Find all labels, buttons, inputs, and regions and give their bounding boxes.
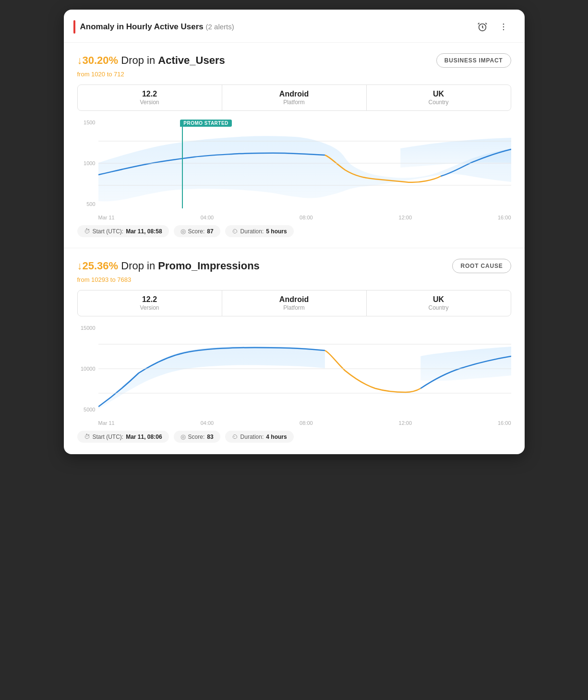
card-header: Anomaly in Hourly Active Users (2 alerts…: [64, 10, 525, 43]
score-icon: ◎: [180, 228, 186, 235]
alert-1-svg-wrap: PROMO STARTED: [98, 120, 511, 207]
alert-1-stats-bar: ⏱ Start (UTC): Mar 11, 08:58 ◎ Score: 87…: [77, 225, 511, 237]
alert-2-drop-text: ↓25.36% Drop in Promo_Impressions: [77, 260, 260, 272]
alert-2-stats-bar: ⏱ Start (UTC): Mar 11, 08:06 ◎ Score: 83…: [77, 431, 511, 443]
svg-point-3: [503, 26, 504, 28]
alert-1-title: ↓30.20% Drop in Active_Users BUSINESS IM…: [77, 53, 511, 68]
alert-2-pct: ↓25.36%: [77, 260, 121, 272]
alert-2-chart: 15000 10000 5000: [77, 325, 511, 426]
alert-1-metric: Drop in Active_Users: [121, 54, 225, 66]
header-left: Anomaly in Hourly Active Users (2 alerts…: [73, 20, 234, 34]
filter-country: UK Country: [367, 85, 511, 110]
root-cause-button[interactable]: ROOT CAUSE: [452, 259, 511, 273]
alert-2-filter-bar: 12.2 Version Android Platform UK Country: [77, 290, 511, 316]
alert-2-svg: [98, 325, 511, 412]
promo-started-label: PROMO STARTED: [172, 120, 232, 208]
alert-2-y-labels: 15000 10000 5000: [77, 325, 98, 412]
svg-point-4: [503, 29, 504, 31]
alert-2-start-stat: ⏱ Start (UTC): Mar 11, 08:06: [77, 431, 169, 443]
clock-icon: ⏱: [84, 228, 90, 235]
alert-1-drop-text: ↓30.20% Drop in Active_Users: [77, 54, 225, 67]
alarm-icon[interactable]: z: [475, 19, 490, 35]
header-icons: z: [475, 19, 511, 35]
anomaly-card: Anomaly in Hourly Active Users (2 alerts…: [64, 10, 525, 454]
filter-platform: Android Platform: [222, 85, 367, 110]
svg-point-2: [503, 24, 504, 25]
alert-1-y-labels: 1500 1000 500: [77, 120, 98, 207]
alert-2-metric: Drop in Promo_Impressions: [121, 260, 260, 272]
alert-1-section: ↓30.20% Drop in Active_Users BUSINESS IM…: [64, 43, 525, 237]
filter2-platform: Android Platform: [222, 290, 367, 316]
score2-icon: ◎: [180, 433, 186, 440]
alert-1-chart: 1500 1000 500 PROMO STARTED: [77, 120, 511, 220]
alerts-count: (2 alerts): [206, 23, 234, 31]
more-options-icon[interactable]: [496, 19, 511, 35]
duration2-icon: ⏲: [232, 433, 238, 440]
alert-2-svg-wrap: [98, 325, 511, 412]
alert-1-start-stat: ⏱ Start (UTC): Mar 11, 08:58: [77, 225, 169, 237]
alert-2-duration-stat: ⏲ Duration: 4 hours: [225, 431, 294, 443]
alert-1-filter-bar: 12.2 Version Android Platform UK Country: [77, 84, 511, 111]
alert-1-score-stat: ◎ Score: 87: [174, 225, 220, 237]
duration-icon: ⏲: [232, 228, 238, 235]
alert-2-x-labels: Mar 11 04:00 08:00 12:00 16:00: [98, 420, 511, 426]
clock2-icon: ⏱: [84, 433, 90, 440]
alert-1-duration-stat: ⏲ Duration: 5 hours: [225, 225, 294, 237]
alert-2-range: from 10293 to 7683: [77, 276, 511, 283]
business-impact-button[interactable]: BUSINESS IMPACT: [436, 53, 511, 68]
alert-2-score-stat: ◎ Score: 83: [174, 431, 220, 443]
filter2-version: 12.2 Version: [78, 290, 222, 316]
alert-1-pct: ↓30.20%: [77, 54, 121, 66]
page-title: Anomaly in Hourly Active Users (2 alerts…: [80, 22, 234, 32]
alert-1-range: from 1020 to 712: [77, 71, 511, 78]
filter2-country: UK Country: [367, 290, 511, 316]
filter-version: 12.2 Version: [78, 85, 222, 110]
alert-2-title: ↓25.36% Drop in Promo_Impressions ROOT C…: [77, 259, 511, 273]
alert-2-section: ↓25.36% Drop in Promo_Impressions ROOT C…: [64, 248, 525, 443]
svg-text:z: z: [482, 25, 484, 28]
red-bar-icon: [73, 20, 75, 34]
alert-1-x-labels: Mar 11 04:00 08:00 12:00 16:00: [98, 215, 511, 220]
alert-1-svg: [98, 120, 511, 207]
